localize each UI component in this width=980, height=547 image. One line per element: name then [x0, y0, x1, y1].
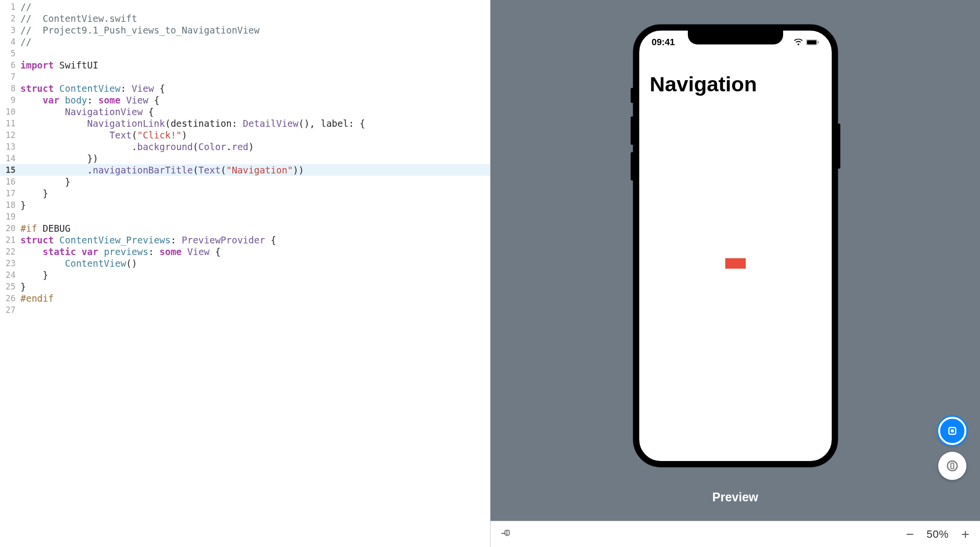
code-line[interactable]: 21struct ContentView_Previews: PreviewPr…: [0, 234, 490, 246]
line-number: 12: [0, 129, 20, 141]
device-volume-down: [630, 152, 633, 181]
code-line[interactable]: 9 var body: some View {: [0, 94, 490, 106]
line-number: 22: [0, 246, 20, 257]
code-content[interactable]: ContentView(): [20, 257, 490, 269]
device-volume-up: [630, 116, 633, 145]
code-line[interactable]: 27: [0, 304, 490, 316]
line-number: 19: [0, 211, 20, 222]
code-content[interactable]: [20, 211, 490, 222]
code-line[interactable]: 25}: [0, 281, 490, 292]
code-content[interactable]: }: [20, 281, 490, 292]
code-line[interactable]: 7: [0, 71, 490, 83]
code-content[interactable]: }: [20, 176, 490, 188]
svg-rect-1: [807, 40, 817, 45]
code-content[interactable]: [20, 48, 490, 59]
code-content[interactable]: }: [20, 269, 490, 281]
code-line[interactable]: 20#if DEBUG: [0, 222, 490, 234]
code-line[interactable]: 3// Project9.1_Push_views_to_NavigationV…: [0, 24, 490, 36]
code-line[interactable]: 8struct ContentView: View {: [0, 83, 490, 94]
code-content[interactable]: #if DEBUG: [20, 222, 490, 234]
line-number: 4: [0, 36, 20, 48]
code-line[interactable]: 5: [0, 48, 490, 59]
code-content[interactable]: [20, 71, 490, 83]
line-number: 25: [0, 281, 20, 292]
code-editor[interactable]: 1//2// ContentView.swift3// Project9.1_P…: [0, 0, 490, 547]
line-number: 11: [0, 118, 20, 129]
line-number: 1: [0, 1, 20, 13]
svg-rect-6: [951, 463, 954, 469]
preview-toolbar: − 50% +: [490, 521, 980, 547]
device-preview-icon: [946, 460, 958, 472]
code-line[interactable]: 13 .background(Color.red): [0, 141, 490, 153]
line-number: 14: [0, 153, 20, 164]
line-number: 21: [0, 234, 20, 246]
code-content[interactable]: .navigationBarTitle(Text("Navigation")): [20, 164, 490, 176]
code-content[interactable]: }: [20, 199, 490, 211]
code-content[interactable]: Text("Click!"): [20, 129, 490, 141]
live-preview-icon: [946, 425, 958, 437]
code-content[interactable]: static var previews: some View {: [20, 246, 490, 257]
line-number: 23: [0, 257, 20, 269]
code-content[interactable]: var body: some View {: [20, 94, 490, 106]
pin-preview-button[interactable]: [501, 528, 512, 541]
code-line[interactable]: 11 NavigationLink(destination: DetailVie…: [0, 118, 490, 129]
code-content[interactable]: }): [20, 153, 490, 164]
preview-label: Preview: [712, 490, 758, 504]
zoom-out-button[interactable]: −: [906, 528, 914, 541]
code-line[interactable]: 4//: [0, 36, 490, 48]
code-content[interactable]: }: [20, 188, 490, 199]
line-number: 10: [0, 106, 20, 118]
status-time: 09:41: [651, 37, 675, 48]
line-number: 24: [0, 269, 20, 281]
code-line[interactable]: 15 .navigationBarTitle(Text("Navigation"…: [0, 164, 490, 176]
zoom-level[interactable]: 50%: [927, 528, 949, 541]
code-line[interactable]: 14 }): [0, 153, 490, 164]
code-content[interactable]: import SwiftUI: [20, 59, 490, 71]
code-content[interactable]: NavigationLink(destination: DetailView()…: [20, 118, 490, 129]
code-line[interactable]: 19: [0, 211, 490, 222]
line-number: 8: [0, 83, 20, 94]
line-number: 27: [0, 304, 20, 316]
code-line[interactable]: 17 }: [0, 188, 490, 199]
code-content[interactable]: // ContentView.swift: [20, 13, 490, 24]
code-content[interactable]: [20, 304, 490, 316]
line-number: 17: [0, 188, 20, 199]
code-line[interactable]: 1//: [0, 1, 490, 13]
code-content[interactable]: #endif: [20, 292, 490, 304]
line-number: 3: [0, 24, 20, 36]
preview-controls: [938, 417, 966, 480]
line-number: 9: [0, 94, 20, 106]
code-line[interactable]: 26#endif: [0, 292, 490, 304]
code-line[interactable]: 12 Text("Click!"): [0, 129, 490, 141]
code-content[interactable]: //: [20, 1, 490, 13]
code-content[interactable]: // Project9.1_Push_views_to_NavigationVi…: [20, 24, 490, 36]
line-number: 16: [0, 176, 20, 188]
preview-pane: 09:41 Navigation Preview: [490, 0, 980, 547]
code-line[interactable]: 18}: [0, 199, 490, 211]
code-content[interactable]: .background(Color.red): [20, 141, 490, 153]
code-content[interactable]: //: [20, 36, 490, 48]
svg-rect-4: [951, 429, 954, 432]
code-line[interactable]: 23 ContentView(): [0, 257, 490, 269]
code-line[interactable]: 10 NavigationView {: [0, 106, 490, 118]
navigation-link-click[interactable]: [725, 258, 745, 269]
code-content[interactable]: struct ContentView_Previews: PreviewProv…: [20, 234, 490, 246]
code-content[interactable]: struct ContentView: View {: [20, 83, 490, 94]
zoom-in-button[interactable]: +: [962, 528, 969, 541]
device-power-button: [837, 123, 840, 169]
code-line[interactable]: 16 }: [0, 176, 490, 188]
device-preview-button[interactable]: [938, 452, 966, 480]
line-number: 7: [0, 71, 20, 83]
line-number: 2: [0, 13, 20, 24]
code-line[interactable]: 6import SwiftUI: [0, 59, 490, 71]
code-line[interactable]: 2// ContentView.swift: [0, 13, 490, 24]
pin-icon: [501, 528, 512, 539]
code-content[interactable]: NavigationView {: [20, 106, 490, 118]
battery-icon: [806, 37, 819, 48]
line-number: 20: [0, 222, 20, 234]
live-preview-button[interactable]: [938, 417, 966, 445]
line-number: 15: [0, 164, 20, 176]
code-line[interactable]: 22 static var previews: some View {: [0, 246, 490, 257]
preview-canvas[interactable]: 09:41 Navigation Preview: [490, 0, 980, 521]
code-line[interactable]: 24 }: [0, 269, 490, 281]
